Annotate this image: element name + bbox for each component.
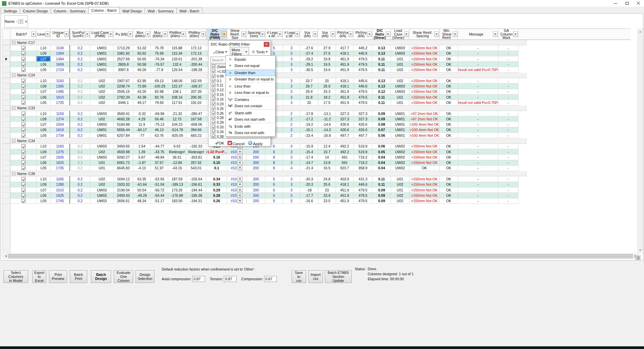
row-header-cell[interactable] — [2, 149, 10, 155]
value-checkbox[interactable] — [212, 74, 215, 78]
col-header-dc_shear[interactable]: D/C Ratio (Shear) — [373, 28, 391, 40]
cell-phimny[interactable]: 167.58 — [186, 116, 206, 122]
value-checkbox[interactable] — [212, 134, 215, 138]
cell-pu[interactable]: 3560.41 — [114, 111, 133, 116]
cell-phimnx[interactable]: Redesign! — [168, 149, 186, 155]
cell-phimny[interactable]: 172.13 — [186, 51, 206, 56]
batch-checkbox[interactable] — [21, 79, 26, 83]
cell-muy[interactable]: 63.76 — [151, 133, 168, 138]
cell-spacing[interactable]: 200 — [247, 182, 265, 187]
compression-input[interactable] — [264, 276, 277, 282]
cell-muy[interactable]: -76.34 — [151, 56, 168, 62]
cell-lc_shear[interactable]: UW02 — [391, 166, 409, 171]
cell-muy[interactable]: 51.97 — [151, 166, 168, 171]
cell-sr_spacing[interactable]: >150mm Not OK — [409, 193, 440, 198]
cell-sum[interactable]: 0.2 — [69, 193, 90, 198]
cell-sr_spacing[interactable]: >150mm Not OK — [409, 83, 440, 89]
cell-pu[interactable]: 3087.6 — [114, 67, 133, 72]
col-header-size[interactable]: Shear Reinf. Size — [227, 28, 247, 40]
cell-phivny[interactable]: 327.3 — [354, 111, 373, 116]
cell-vux2[interactable]: 24.8 — [318, 176, 336, 182]
legsx-filter-dropdown-button[interactable] — [278, 32, 282, 37]
cell-sum[interactable]: 0.2 — [69, 78, 90, 83]
value-checkbox[interactable] — [212, 125, 215, 129]
cell-ga[interactable]: - — [498, 111, 518, 116]
cell-mux[interactable]: 43.26 — [133, 89, 151, 95]
col-header-sr_spacing[interactable]: Shear Reinf. Spacing — [409, 28, 440, 40]
col-header-dc_pmm[interactable]: D/C Ratio (PMM) — [206, 28, 227, 40]
collapse-icon[interactable] — [12, 73, 15, 77]
menu-item-greater-than-or-equal-to[interactable]: ≥Greater than or equal to — [226, 76, 275, 82]
cell-min_sr[interactable]: OK — [440, 198, 458, 204]
cell-phimny[interactable]: -200.44 — [186, 62, 206, 67]
cell-pu[interactable]: 6645.83 — [114, 166, 133, 171]
value-checkbox[interactable] — [212, 69, 215, 73]
cell-mux[interactable]: 5.87 — [133, 155, 151, 160]
batch-checkbox[interactable] — [21, 182, 26, 186]
row-header-cell[interactable] — [2, 83, 10, 89]
cell-vux2[interactable]: -13.1 — [318, 111, 336, 116]
cell-dc_shear[interactable]: 0.11 — [373, 56, 391, 62]
cell-level[interactable]: L09 — [37, 51, 51, 56]
cell-lc_pmm[interactable]: UW01 — [90, 62, 114, 67]
value-checkbox[interactable] — [212, 102, 215, 106]
cell-min_sr[interactable]: OK — [440, 51, 458, 56]
tab-wall-summary[interactable]: Wall - Summary — [145, 8, 177, 13]
cell-mux[interactable]: -1.87 — [133, 160, 151, 166]
dialog-close-button[interactable]: ✕ — [264, 42, 269, 47]
cell-vux2[interactable]: 17.5 — [318, 100, 336, 105]
cell-batch[interactable] — [10, 45, 37, 51]
cell-level[interactable]: L10 — [37, 45, 51, 51]
cell-batch[interactable] — [10, 187, 37, 193]
cell-level[interactable]: L06 — [37, 62, 51, 67]
cell-level[interactable]: L10 — [37, 78, 51, 83]
tension-input[interactable] — [224, 276, 237, 282]
cell-min_sr[interactable]: OK — [440, 122, 458, 127]
cell-pu[interactable]: 5184.88 — [114, 122, 133, 127]
value-checkbox[interactable] — [212, 88, 215, 92]
cell-message[interactable]: - — [458, 51, 498, 56]
batch-etabs-section-update-button[interactable]: Batch ETABSSection Update — [325, 270, 352, 283]
value-checkbox[interactable] — [212, 107, 215, 110]
cell-phivnx[interactable]: 451.9 — [336, 187, 354, 193]
import-csv-button[interactable]: Importcsv — [308, 270, 323, 283]
cell-vux2[interactable]: 16.5 — [318, 166, 336, 171]
cell-phivny[interactable]: 519.9 — [354, 149, 373, 155]
cell-min_sr[interactable]: OK — [440, 166, 458, 171]
cell-pu[interactable]: 1713.29 — [114, 45, 133, 51]
clear-filter-button[interactable]: ✕ Clear — [210, 49, 229, 55]
cell-legsy[interactable]: 2 — [283, 122, 300, 127]
cell-legsy[interactable]: 4 — [283, 166, 300, 171]
shear-size-dropdown-button[interactable] — [237, 177, 243, 181]
level-filter-dropdown-button[interactable] — [45, 32, 50, 37]
batch-checkbox[interactable] — [21, 46, 26, 50]
cell-vux2[interactable]: 12.4 — [318, 144, 336, 149]
batch-checkbox[interactable] — [21, 166, 26, 170]
cell-message[interactable]: - — [458, 116, 498, 122]
cell-phivnx[interactable]: 492.2 — [336, 144, 354, 149]
row-header-cell[interactable] — [2, 155, 10, 160]
cell-level[interactable]: L09 — [37, 182, 51, 187]
cell-pu[interactable]: 3446.1 — [114, 100, 133, 105]
menu-item-starts-with[interactable]: a*Starts with — [226, 110, 275, 116]
batch-checkbox[interactable] — [21, 95, 26, 99]
cell-sr_spacing[interactable]: >150mm Not OK — [409, 176, 440, 182]
cell-ga[interactable]: - — [498, 100, 518, 105]
value-checkbox[interactable] — [212, 65, 215, 68]
cell-lc_shear[interactable]: U01 — [391, 100, 409, 105]
cell-phimnx[interactable]: 115.88 — [168, 45, 186, 51]
cell-ga[interactable]: - — [498, 144, 518, 149]
cell-batch[interactable] — [10, 144, 37, 149]
value-checkbox[interactable] — [212, 79, 215, 82]
minimize-button[interactable] — [610, 0, 621, 7]
collapse-icon[interactable] — [12, 106, 15, 110]
cell-batch[interactable] — [10, 78, 37, 83]
cell-level[interactable]: L07 — [37, 187, 51, 193]
cancel-button[interactable]: Cancel — [228, 141, 245, 146]
cell-dc_shear[interactable]: 0.06 — [373, 133, 391, 138]
cell-vux1[interactable]: -19.2 — [300, 122, 318, 127]
col-header-uid[interactable]: Unique ID — [51, 28, 69, 40]
cell-vux2[interactable]: 27.9 — [318, 45, 336, 51]
cell-min_sr[interactable]: OK — [440, 182, 458, 187]
cell-ga[interactable]: - — [498, 67, 518, 72]
